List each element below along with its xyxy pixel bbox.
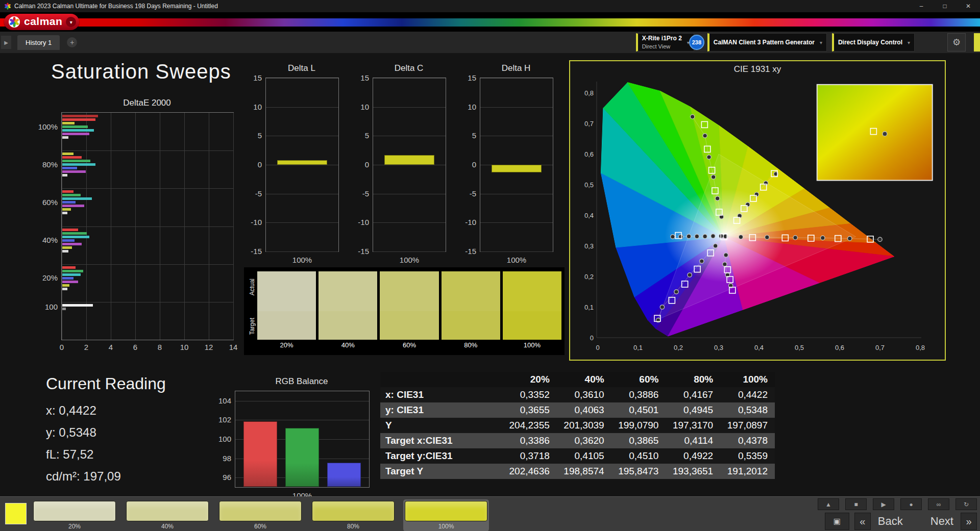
back-chevrons-icon[interactable]: « (854, 513, 871, 530)
y-tick-label: -15 (239, 247, 262, 256)
minimize-button[interactable]: – (910, 0, 933, 12)
gridline (62, 226, 233, 227)
logo-menu-caret-icon[interactable]: ▾ (66, 17, 76, 27)
delta-l-chart: Delta L 151050-5-10-15100% (241, 63, 343, 252)
transport-controls: ▲■▶●∞↻ (818, 498, 977, 510)
y-tick-label: 15 (239, 73, 262, 82)
deltae-bar (62, 246, 72, 249)
loop-button[interactable]: ∞ (928, 498, 949, 510)
table-header (380, 372, 502, 387)
y-tick-label: 5 (454, 131, 476, 140)
title-bar: Calman 2023 Calman Ultimate for Business… (0, 0, 980, 12)
table-row: Target x:CIE310,33860,36200,38650,41140,… (380, 433, 775, 448)
upload-button[interactable]: ▲ (818, 498, 839, 510)
swatch-stack (380, 271, 438, 340)
play-button[interactable]: ▶ (873, 498, 894, 510)
swatch-stack (442, 271, 500, 340)
row-label: Y (380, 418, 502, 433)
deltae-bar (62, 308, 66, 310)
tab-bar: ▶ History 1 + X-Rite i1Pro 2 Direct View… (0, 32, 980, 54)
swatch-stack (257, 271, 316, 340)
calman-wordmark: calman (24, 15, 62, 29)
pattern-swatch-40%[interactable]: 40% (125, 499, 210, 531)
deltae-bar (62, 125, 88, 128)
gridline (480, 78, 553, 79)
y-tick-label: 10 (239, 103, 262, 111)
deltae-bar (62, 122, 75, 124)
swatch-level-label: 100% (503, 340, 561, 351)
x-tick-label: 4 (104, 343, 118, 351)
y-tick-label: -15 (454, 247, 476, 256)
pattern-generator-dropdown[interactable]: CalMAN Client 3 Pattern Generator ▾ (707, 33, 827, 52)
close-button[interactable]: ✕ (957, 0, 980, 12)
table-cell: 197,3170 (666, 418, 720, 433)
green-bar (285, 428, 319, 487)
y-tick-label: 5 (239, 131, 262, 140)
table-cell: 0,3386 (502, 433, 557, 448)
pattern-window-button[interactable]: ▣ (825, 513, 849, 530)
gridline (266, 222, 338, 223)
app-logo-icon (4, 3, 11, 10)
x-tick-label: 10 (177, 343, 191, 351)
table-cell: 191,2012 (720, 464, 775, 479)
calman-logo[interactable]: calman ▾ (4, 14, 79, 30)
gridline (373, 194, 446, 194)
y-tick-label: -5 (347, 189, 369, 198)
delta-c-bar (384, 155, 434, 165)
gridline (233, 113, 234, 340)
table-row: Target Y202,4636198,8574195,8473193,3651… (380, 464, 775, 479)
deltae-bar (62, 243, 82, 245)
table-row: Target y:CIE310,37180,41050,45100,49220,… (380, 448, 775, 464)
meter-dropdown[interactable]: X-Rite i1Pro 2 Direct View ▾ (636, 33, 694, 52)
device-toolbar: X-Rite i1Pro 2 Direct View ▾ 238 CalMAN … (636, 33, 980, 52)
tab-history-1[interactable]: History 1 (17, 35, 60, 50)
maximize-button[interactable]: □ (933, 0, 957, 12)
table-cell: 0,5359 (720, 448, 775, 464)
next-chevrons-icon[interactable]: » (961, 513, 977, 530)
tab-nav-button[interactable]: ▶ (1, 36, 11, 49)
deltae-bar (62, 153, 74, 155)
deltae2000-chart: DeltaE 2000 02468101214100%80%60%40%20%1… (33, 98, 237, 340)
table-header: 60% (611, 372, 666, 387)
strip-row-labels: Actual Target (247, 271, 257, 351)
pattern-swatch-list: 20%40%60%80%100% (32, 499, 489, 531)
pattern-swatch-60%[interactable]: 60% (217, 499, 303, 531)
x-tick-label: 2 (79, 343, 93, 351)
gridline (266, 165, 338, 165)
settings-gear-button[interactable]: ⚙ (947, 33, 966, 52)
pattern-swatch-80%[interactable]: 80% (310, 499, 396, 531)
pattern-swatch-100%[interactable]: 100% (403, 499, 489, 531)
back-button[interactable]: Back (876, 515, 905, 528)
meter-mode: Direct View (642, 43, 682, 50)
gridline (480, 194, 553, 194)
svg-text:0,1: 0,1 (633, 344, 643, 351)
add-tab-button[interactable]: + (67, 37, 77, 47)
gridline (373, 78, 446, 79)
delta-l-title: Delta L (265, 63, 338, 73)
x-tick-label: 0 (55, 343, 69, 351)
record-button[interactable]: ● (900, 498, 922, 510)
pattern-swatch-20%[interactable]: 20% (32, 499, 117, 531)
delta-h-chart: Delta H 151050-5-10-15100% (455, 63, 557, 252)
delta-l-plot: 151050-5-10-15100% (265, 78, 339, 252)
svg-text:0,5: 0,5 (795, 344, 804, 351)
gridline (266, 251, 338, 252)
gridline (480, 107, 553, 108)
refresh-button[interactable]: ↻ (955, 498, 977, 510)
current-reading-block: Current Reading x: 0,4422y: 0,5348fL: 57… (46, 374, 219, 487)
actual-swatch (380, 271, 438, 311)
svg-text:0,6: 0,6 (835, 344, 844, 351)
delta-c-chart: Delta C 151050-5-10-15100% (348, 63, 450, 252)
svg-text:0,2: 0,2 (584, 273, 594, 281)
cie-1931-title: CIE 1931 xy (570, 64, 945, 74)
y-tick-label: -10 (454, 218, 476, 226)
display-control-dropdown[interactable]: Direct Display Control ▾ (832, 33, 915, 52)
stop-button[interactable]: ■ (845, 498, 867, 510)
table-cell: 0,4105 (557, 448, 611, 464)
y-tick-label: 5 (347, 131, 369, 140)
pattern-label: 80% (312, 523, 395, 530)
swatch-level-label: 40% (318, 340, 377, 351)
gridline (62, 302, 233, 302)
next-button[interactable]: Next (928, 515, 955, 528)
active-pattern-swatch[interactable] (5, 503, 27, 524)
